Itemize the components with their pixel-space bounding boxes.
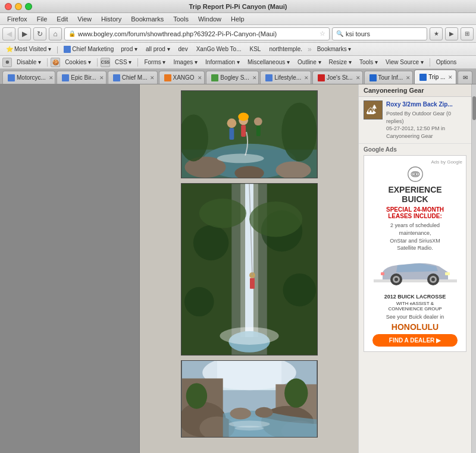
nav-icon-2[interactable]: ▶ — [445, 27, 458, 40]
ext-cookies[interactable]: Cookies ▾ — [62, 58, 94, 67]
svg-point-8 — [227, 118, 236, 128]
bookmark-prod[interactable]: prod ▾ — [117, 45, 141, 54]
svg-point-45 — [255, 407, 273, 418]
url-bar[interactable]: 🔒 www.bogley.com/forum/showthread.php?63… — [64, 27, 330, 40]
star-icon: ☆ — [320, 30, 325, 37]
menu-firefox[interactable]: Firefox — [2, 14, 32, 24]
left-sidebar — [0, 84, 140, 453]
menu-edit[interactable]: Edit — [52, 14, 73, 24]
tab-tour[interactable]: Tour Inf... ✕ — [364, 71, 414, 84]
ext-view-source[interactable]: View Source ▾ — [383, 58, 427, 67]
maximize-button[interactable] — [25, 3, 32, 10]
tab-bogley[interactable]: Bogley S... ✕ — [206, 71, 259, 84]
ext-outline[interactable]: Outline ▾ — [295, 58, 324, 67]
ext-css-icon[interactable]: CSS — [101, 58, 110, 67]
scrollbar-thumb[interactable] — [472, 96, 476, 120]
tab-close-motorcyc[interactable]: ✕ — [48, 74, 55, 81]
tab-xango[interactable]: XANGO ✕ — [159, 71, 205, 84]
ext-sep-1 — [47, 58, 48, 67]
ext-tools[interactable]: Tools ▾ — [356, 58, 381, 67]
ad-cta-button[interactable]: FIND A DEALER ▶ — [372, 334, 458, 347]
ext-disable[interactable]: ⊗ — [2, 58, 12, 67]
svg-text:🏕: 🏕 — [367, 105, 377, 116]
menu-file[interactable]: File — [32, 14, 52, 24]
tab-close-trip[interactable]: ✕ — [447, 74, 454, 81]
menu-help[interactable]: Help — [226, 14, 249, 24]
tab-lifestyle[interactable]: Lifestyle... ✕ — [260, 71, 311, 84]
bookmark-chief-marketing[interactable]: Chief Marketing ... — [60, 45, 114, 54]
bookmark-sep-3: » — [307, 45, 312, 54]
close-button[interactable] — [5, 3, 12, 10]
menu-view[interactable]: View — [73, 14, 96, 24]
tab-close-chief[interactable]: ✕ — [149, 74, 156, 81]
main-area: Canyoneering Gear 🏕 Roxy 3/2mm Back Zip.… — [0, 84, 476, 453]
tab-close-bogley[interactable]: ✕ — [251, 74, 258, 81]
bookmark-all-prod[interactable]: all prod ▾ — [142, 45, 174, 54]
favicon-joes — [318, 74, 325, 81]
tab-label-xango: XANGO — [173, 74, 195, 81]
svg-rect-9 — [229, 128, 234, 140]
ext-forms[interactable]: Forms ▾ — [141, 58, 168, 67]
ext-images[interactable]: Images ▾ — [171, 58, 201, 67]
menu-tools[interactable]: Tools — [168, 14, 193, 24]
nav-icon-1[interactable]: ★ — [430, 27, 443, 40]
ad-box: Ads by Google EXPERIENCEBUICK SPECIAL 24… — [364, 155, 466, 351]
ext-misc[interactable]: Miscellaneous ▾ — [245, 58, 293, 67]
post-avatar: 🏕 — [364, 100, 383, 119]
ext-options[interactable]: Options — [433, 58, 459, 67]
svg-point-30 — [283, 273, 316, 307]
tab-motorcyc[interactable]: Motorcyc... ✕ — [2, 71, 55, 84]
tab-epic[interactable]: Epic Bir... ✕ — [57, 71, 106, 84]
home-button[interactable]: ⌂ — [49, 27, 62, 40]
search-bar[interactable]: 🔍 ksi tours — [332, 27, 427, 40]
ext-disable-label[interactable]: Disable ▾ — [14, 58, 44, 67]
bookmark-northtemple[interactable]: northtemple. — [265, 45, 306, 54]
ad-car-label: 2012 BUICK LACROSSE — [368, 294, 462, 300]
ad-car-image — [374, 256, 457, 291]
ext-information[interactable]: Information ▾ — [202, 58, 243, 67]
ext-resize[interactable]: Resize ▾ — [326, 58, 355, 67]
favicon-motorcyc — [8, 74, 15, 81]
back-button[interactable]: ◀ — [2, 27, 15, 40]
bookmark-ksl[interactable]: KSL — [246, 45, 264, 54]
tab-joes[interactable]: Joe's St... ✕ — [312, 71, 363, 84]
tab-close-joes[interactable]: ✕ — [355, 74, 362, 81]
bookmark-xango[interactable]: XanGo Web To... — [193, 45, 245, 54]
ext-bar: ⊗ Disable ▾ 🍪 Cookies ▾ CSS CSS ▾ Forms … — [0, 56, 476, 69]
tab-label-mail: ✉ — [463, 74, 468, 81]
tab-close-lifestyle[interactable]: ✕ — [303, 74, 310, 81]
menu-bookmarks[interactable]: Bookmarks — [126, 14, 168, 24]
nav-icon-3[interactable]: ⊞ — [461, 27, 474, 40]
tab-trip[interactable]: Trip ... ✕ — [414, 70, 456, 84]
scrollbar[interactable] — [471, 84, 476, 453]
tab-label-motorcyc: Motorcyc... — [17, 74, 46, 81]
forward-button[interactable]: ▶ — [18, 27, 31, 40]
ext-css[interactable]: CSS ▾ — [112, 58, 134, 67]
tab-mail[interactable]: ✉ — [458, 71, 472, 84]
ext-cookies-icon[interactable]: 🍪 — [51, 58, 60, 67]
reload-button[interactable]: ↻ — [33, 27, 46, 40]
tab-close-xango[interactable]: ✕ — [196, 74, 203, 81]
ad-logo — [407, 166, 424, 183]
tab-close-epic[interactable]: ✕ — [98, 74, 105, 81]
photo-2-image — [181, 184, 317, 355]
svg-point-27 — [193, 225, 228, 260]
favicon-bogley — [211, 74, 218, 81]
tab-close-tour[interactable]: ✕ — [405, 74, 412, 81]
bookmark-sep-1: | — [56, 45, 59, 54]
menu-history[interactable]: History — [96, 14, 126, 24]
bookmark-most-visited[interactable]: ⭐ Most Visited ▾ — [2, 45, 55, 54]
bookmark-dev[interactable]: dev — [175, 45, 192, 54]
photo-1 — [181, 90, 318, 178]
css-icon: CSS — [101, 60, 109, 64]
search-engine-icon: 🔍 — [336, 30, 343, 37]
tab-chief[interactable]: Chief M... ✕ — [108, 71, 158, 84]
minimize-button[interactable] — [15, 3, 22, 10]
favicon-xango — [164, 74, 171, 81]
menu-window[interactable]: Window — [193, 14, 226, 24]
bookmark-bookmarks[interactable]: Bookmarks ▾ — [314, 45, 355, 54]
bookmark-star-icon: ★ — [434, 30, 439, 37]
post-title[interactable]: Roxy 3/2mm Back Zip... — [386, 100, 466, 109]
cookies-icon: 🍪 — [52, 59, 59, 65]
forward-icon: ▶ — [22, 30, 27, 38]
